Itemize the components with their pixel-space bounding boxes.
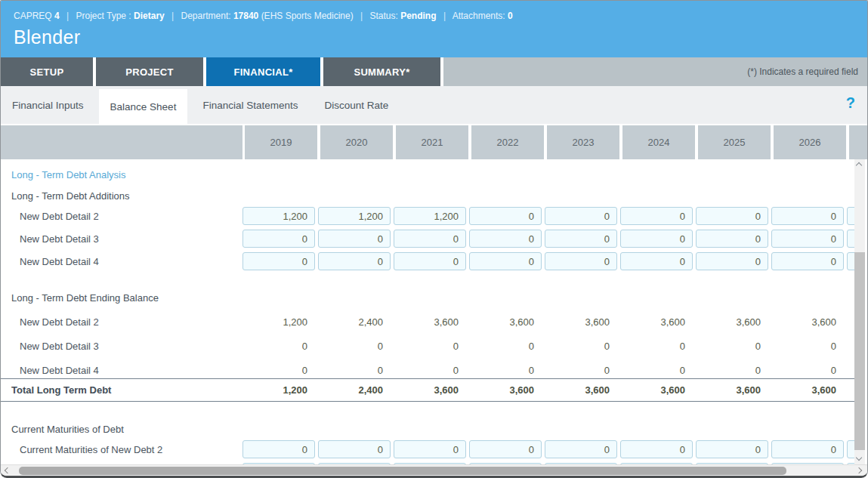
value-input[interactable] <box>318 230 391 248</box>
value-input[interactable] <box>242 230 315 248</box>
row-cells: 00000000 <box>242 341 867 352</box>
value-input[interactable] <box>394 230 466 248</box>
meta-divider: | <box>171 11 174 21</box>
value-input[interactable] <box>771 230 844 248</box>
capreq-label: CAPREQ <box>14 11 52 21</box>
value-cell: 3,600 <box>696 384 761 396</box>
value-input[interactable] <box>242 440 315 458</box>
value-input[interactable] <box>771 207 844 225</box>
value-input[interactable] <box>469 252 542 270</box>
table-row: New Debt Detail 2 <box>1 207 867 225</box>
status-label: Status: <box>369 11 397 21</box>
project-type-value: Dietary <box>134 11 165 21</box>
value-cell: 0 <box>469 365 534 376</box>
attachments-label: Attachments: <box>453 11 505 21</box>
required-field-note: (*) Indicates a required field <box>747 66 858 77</box>
value-cell: 0 <box>242 341 307 352</box>
horizontal-scrollbar-thumb[interactable] <box>19 467 786 475</box>
total-row: Total Long Term Debt 1,2002,4003,6003,60… <box>1 378 867 402</box>
value-cell: 3,600 <box>394 384 459 396</box>
year-column-header: 2019 <box>245 125 317 159</box>
vertical-scrollbar-track[interactable] <box>854 159 865 464</box>
header-bar: CAPREQ 4 | Project Type : Dietary | Depa… <box>1 1 867 57</box>
value-input[interactable] <box>620 207 693 225</box>
value-cell: 3,600 <box>696 316 761 328</box>
chevron-left-icon[interactable] <box>5 467 11 473</box>
value-cell: 3,600 <box>545 316 610 328</box>
vertical-scrollbar[interactable] <box>854 159 867 464</box>
table-body-rows: Long - Term Debt Analysis Long - Term De… <box>1 159 867 464</box>
table-row: New Debt Detail 3 00000000 <box>1 339 867 353</box>
value-input[interactable] <box>469 207 542 225</box>
value-cell: 0 <box>771 365 836 376</box>
subtab-financial-inputs[interactable]: Financial Inputs <box>1 86 95 124</box>
row-cells <box>242 252 867 270</box>
sub-tab-bar: Financial Inputs Balance Sheet Financial… <box>1 86 867 124</box>
value-input[interactable] <box>469 440 542 458</box>
section-label: Long - Term Debt Ending Balance <box>1 292 242 304</box>
chevron-right-icon[interactable] <box>856 467 862 473</box>
department-name: (EHS Sports Medicine) <box>261 11 354 21</box>
help-icon[interactable]: ? <box>846 94 855 112</box>
subtab-balance-sheet[interactable]: Balance Sheet <box>99 89 188 124</box>
vertical-scrollbar-thumb[interactable] <box>854 252 865 450</box>
year-column-header <box>849 125 867 159</box>
value-input[interactable] <box>771 440 844 458</box>
value-input[interactable] <box>771 252 844 270</box>
value-input[interactable] <box>620 440 693 458</box>
table-body: Long - Term Debt Analysis Long - Term De… <box>1 159 867 464</box>
value-input[interactable] <box>394 440 466 458</box>
project-meta-line: CAPREQ 4 | Project Type : Dietary | Depa… <box>14 11 855 21</box>
capreq-number: 4 <box>54 11 60 21</box>
subtab-discount-rate[interactable]: Discount Rate <box>313 86 400 124</box>
value-input[interactable] <box>620 230 693 248</box>
row-cells: 1,2002,4003,6003,6003,6003,6003,6003,600 <box>242 316 867 328</box>
chevron-down-icon[interactable] <box>856 455 862 461</box>
value-input[interactable] <box>696 230 768 248</box>
subtab-financial-statements[interactable]: Financial Statements <box>191 86 309 124</box>
value-input[interactable] <box>469 230 542 248</box>
value-input[interactable] <box>696 207 768 225</box>
year-column-header: 2024 <box>622 125 695 159</box>
value-cell: 1,200 <box>242 316 307 328</box>
horizontal-scrollbar[interactable] <box>1 464 867 476</box>
value-input[interactable] <box>696 440 768 458</box>
value-input[interactable] <box>545 440 617 458</box>
value-input[interactable] <box>242 207 315 225</box>
value-input[interactable] <box>394 207 466 225</box>
value-cell: 0 <box>318 365 383 376</box>
tab-bar-filler: (*) Indicates a required field <box>443 57 867 86</box>
row-label: Current Maturities of New Debt 2 <box>1 444 242 455</box>
value-input[interactable] <box>620 252 693 270</box>
value-cell: 0 <box>545 341 610 352</box>
value-cell: 0 <box>242 365 307 376</box>
year-column-header: 2020 <box>320 125 393 159</box>
tab-setup[interactable]: SETUP <box>1 57 93 86</box>
value-input[interactable] <box>318 252 391 270</box>
row-label: New Debt Detail 2 <box>1 316 242 328</box>
table-row: New Debt Detail 3 <box>1 230 867 248</box>
tab-project[interactable]: PROJECT <box>96 57 203 86</box>
meta-divider: | <box>360 11 363 21</box>
main-tab-bar: SETUP PROJECT FINANCIAL* SUMMARY* (*) In… <box>1 57 867 86</box>
value-input[interactable] <box>545 252 617 270</box>
value-input[interactable] <box>318 440 391 458</box>
year-column-header: 2022 <box>471 125 544 159</box>
tab-summary[interactable]: SUMMARY* <box>323 57 440 86</box>
row-label: New Debt Detail 3 <box>1 341 242 352</box>
section-label: Long - Term Debt Additions <box>1 190 242 202</box>
section-link[interactable]: Long - Term Debt Analysis <box>1 169 242 180</box>
value-input[interactable] <box>242 252 315 270</box>
chevron-up-icon[interactable] <box>856 162 862 168</box>
value-input[interactable] <box>696 252 768 270</box>
tab-financial[interactable]: FINANCIAL* <box>206 57 320 86</box>
value-input[interactable] <box>318 207 391 225</box>
table-row: Long - Term Debt Ending Balance <box>1 291 867 304</box>
value-input[interactable] <box>545 207 617 225</box>
header-label-cell <box>1 125 242 159</box>
value-cell: 0 <box>620 341 685 352</box>
value-input[interactable] <box>545 230 617 248</box>
value-input[interactable] <box>394 252 466 270</box>
row-label: New Debt Detail 4 <box>1 365 242 376</box>
total-label: Total Long Term Debt <box>1 384 242 396</box>
